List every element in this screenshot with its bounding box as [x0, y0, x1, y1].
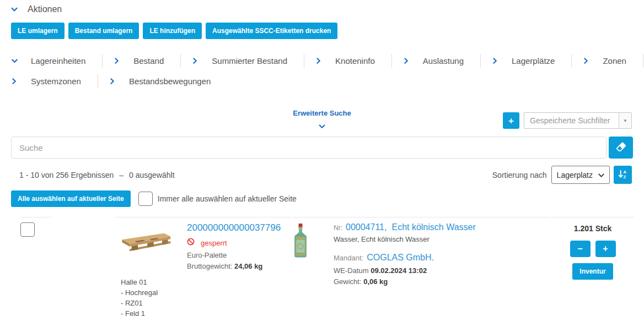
- results-count: 1 - 10 von 256 Ergebnissen: [19, 171, 114, 179]
- increase-quantity-button[interactable]: +: [595, 241, 616, 257]
- tab-bestand[interactable]: Bestand: [103, 54, 181, 68]
- tab-label: Knoteninfo: [335, 56, 375, 66]
- chevron-right-icon: [403, 58, 410, 64]
- tab-label: Bestandsbewegungen: [129, 77, 211, 86]
- tab-lagereinheiten[interactable]: Lagereinheiten: [11, 54, 103, 68]
- bestand-umlagern-button[interactable]: Bestand umlagern: [68, 23, 139, 39]
- always-select-label: Immer alle auswählen auf aktueller Seite: [158, 194, 297, 203]
- client-label: Mandant:: [334, 254, 363, 262]
- storage-unit-number-link[interactable]: 200000000000037796: [187, 222, 281, 233]
- article-cell: Nr: 00004711, Echt kölnisch Wasser Wasse…: [292, 217, 550, 286]
- location-line: - Feld 1: [121, 308, 291, 316]
- article-number-link[interactable]: 00004711,: [346, 222, 387, 232]
- sort-alphabetical-icon: A Z: [618, 169, 628, 181]
- tabs-row-2: Systemzonen Bestandsbewegungen: [11, 74, 644, 88]
- sort-direction-button[interactable]: A Z: [614, 166, 632, 184]
- chevron-right-icon: [11, 78, 18, 84]
- selection-bar: Alle auswählen auf aktueller Seite Immer…: [11, 190, 644, 207]
- tab-label: Bestand: [133, 56, 164, 66]
- clear-search-button[interactable]: [609, 137, 633, 159]
- sort-select-value: Lagerplatz: [557, 171, 593, 179]
- tab-zonen[interactable]: Zonen: [572, 54, 643, 68]
- chevron-right-icon: [583, 58, 589, 64]
- client-link[interactable]: COGLAS GmbH.: [367, 253, 434, 263]
- tab-label: Summierter Bestand: [212, 56, 287, 66]
- row-actions-cell: 1.201 Stck − + Inventur: [551, 217, 634, 280]
- chevron-down-icon: [598, 171, 604, 179]
- blocked-label: gesperrt: [201, 239, 227, 247]
- inventory-button[interactable]: Inventur: [572, 263, 613, 280]
- dropdown-arrow-icon[interactable]: ▼: [619, 113, 631, 128]
- article-number-label: Nr:: [334, 224, 342, 232]
- sorting-controls: Sortierung nach Lagerplatz A Z: [492, 166, 632, 184]
- le-umlagern-button[interactable]: LE umlagern: [11, 23, 65, 39]
- results-dash: –: [119, 171, 124, 179]
- tab-label: Lagereinheiten: [31, 56, 85, 66]
- row-checkbox[interactable]: [20, 222, 35, 237]
- eraser-icon: [615, 141, 627, 154]
- search-row: [11, 137, 633, 159]
- client-row: Mandant: COGLAS GmbH.: [334, 253, 476, 263]
- chevron-right-icon: [492, 58, 498, 64]
- tab-bestandsbewegungen[interactable]: Bestandsbewegungen: [98, 74, 227, 88]
- saved-filters-placeholder: Gespeicherte Suchfilter: [524, 113, 619, 128]
- location-line: Halle 01: [121, 277, 291, 287]
- chevron-right-icon: [192, 58, 198, 64]
- search-input[interactable]: [11, 137, 607, 159]
- always-select-checkbox[interactable]: [138, 192, 153, 206]
- saved-filters-group: + Gespeicherte Suchfilter ▼: [503, 112, 632, 129]
- chevron-down-icon: [11, 4, 18, 14]
- product-bottle-image: [292, 224, 309, 286]
- svg-text:Z: Z: [623, 175, 626, 179]
- location-path: Halle 01 - Hochregal - RZ01 - Feld 1 - E…: [121, 277, 291, 316]
- carrier-type: Euro-Palette: [187, 251, 281, 259]
- tab-label: Lagerplätze: [512, 56, 555, 66]
- saved-filters-select[interactable]: Gespeicherte Suchfilter ▼: [524, 112, 632, 129]
- actions-section-title: Aktionen: [28, 4, 62, 14]
- search-toolbar: Erweiterte Suche + Gespeicherte Suchfilt…: [0, 108, 644, 133]
- euro-pallet-image: [116, 230, 174, 270]
- result-row: 200000000000037796 gesperrt Euro-Palette…: [0, 217, 644, 316]
- results-info: 1 - 10 von 256 Ergebnissen – 0 ausgewähl…: [19, 171, 175, 179]
- chevron-down-icon: [11, 59, 18, 63]
- blocked-icon: [187, 238, 195, 248]
- results-bar: 1 - 10 von 256 Ergebnissen – 0 ausgewähl…: [19, 166, 632, 184]
- article-description: Wasser, Echt kölnisch Wasser: [334, 235, 476, 243]
- receipt-date: WE-Datum 09.02.2024 13:02: [334, 266, 476, 275]
- decrease-quantity-button[interactable]: −: [570, 241, 591, 257]
- add-filter-button[interactable]: +: [503, 112, 519, 129]
- row-checkbox-cell: [20, 217, 51, 239]
- actions-section-header[interactable]: Aktionen: [11, 4, 644, 14]
- gross-weight: Bruttogewicht: 24,06 kg: [187, 262, 281, 270]
- chevron-right-icon: [114, 58, 120, 64]
- tab-knoteninfo[interactable]: Knoteninfo: [304, 54, 392, 68]
- location-line: - RZ01: [121, 298, 291, 308]
- svg-text:A: A: [623, 170, 626, 175]
- tab-summierter-bestand[interactable]: Summierter Bestand: [181, 54, 304, 68]
- tab-label: Zonen: [603, 56, 626, 66]
- tab-label: Systemzonen: [31, 77, 81, 86]
- storage-unit-cell: 200000000000037796 gesperrt Euro-Palette…: [116, 217, 291, 316]
- tab-lagerplaetze[interactable]: Lagerplätze: [481, 54, 572, 68]
- sort-label: Sortierung nach: [492, 171, 547, 179]
- tabs-row-1: Lagereinheiten Bestand Summierter Bestan…: [11, 54, 644, 68]
- chevron-right-icon: [315, 58, 322, 64]
- tab-label: Auslastung: [423, 56, 464, 66]
- sscc-etiketten-drucken-button[interactable]: Ausgewählte SSCC-Etiketten drucken: [206, 23, 337, 39]
- item-weight: Gewicht: 0,06 kg: [334, 277, 476, 286]
- sort-select[interactable]: Lagerplatz: [551, 166, 610, 184]
- le-hinzufuegen-button[interactable]: LE hinzufügen: [143, 23, 202, 39]
- tab-auslastung[interactable]: Auslastung: [392, 54, 481, 68]
- location-line: - Hochregal: [121, 287, 291, 298]
- article-name-link[interactable]: Echt kölnisch Wasser: [391, 222, 475, 232]
- actions-button-row: LE umlagern Bestand umlagern LE hinzufüg…: [11, 23, 644, 39]
- selected-count: 0 ausgewählt: [129, 171, 175, 179]
- select-all-button[interactable]: Alle auswählen auf aktueller Seite: [11, 190, 131, 207]
- tab-systemzonen[interactable]: Systemzonen: [11, 74, 98, 88]
- warehouse-units-page: Aktionen LE umlagern Bestand umlagern LE…: [0, 4, 644, 316]
- quantity-value: 1.201 Stck: [551, 224, 634, 233]
- chevron-right-icon: [109, 78, 116, 84]
- blocked-status: gesperrt: [187, 238, 281, 248]
